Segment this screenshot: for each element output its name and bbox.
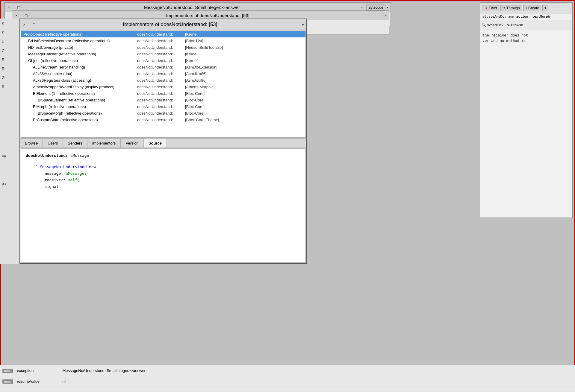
tab-implementors[interactable]: Implementors bbox=[87, 139, 121, 148]
list-row[interactable]: AJx86Assembler (dnu) doesNotUnderstand: … bbox=[21, 70, 305, 77]
col-class-5: AJLineStream (error handling) bbox=[23, 65, 137, 69]
col-class-3: MessageCatcher (reflective operations) bbox=[23, 52, 137, 56]
bg-window-2-title: Implementors of doesNotUnderstand: [53] bbox=[30, 13, 385, 18]
source-self: self; bbox=[66, 178, 80, 182]
browse-label[interactable]: ✎ Browse bbox=[507, 23, 523, 27]
list-row[interactable]: MessageCatcher (reflective operations) d… bbox=[21, 51, 305, 57]
col-class-1: BrListSelectionDecorator (reflective ope… bbox=[23, 39, 137, 43]
col-method-9: doesNotUnderstand: bbox=[137, 91, 185, 96]
col-pkg-12: [Bloc-Core] bbox=[185, 111, 205, 116]
sidebar-item-s3[interactable]: S bbox=[0, 83, 20, 91]
create-button[interactable]: + Create bbox=[523, 5, 541, 11]
list-row[interactable]: BrListSelectionDecorator (reflective ope… bbox=[21, 37, 305, 44]
magnifier-icon: 🔍 bbox=[482, 23, 486, 27]
col-class-8: AthensWrappedWorldDisplay (display proto… bbox=[23, 85, 137, 89]
col-class-4: Object (reflective operations) bbox=[23, 58, 137, 63]
more-button[interactable]: ▾ bbox=[542, 5, 548, 11]
source-class: MessageNotUnderstood bbox=[40, 165, 87, 169]
col-pkg-0: [Kernel] bbox=[185, 32, 199, 37]
col-class-10: BlSpaceElement (reflective operations) bbox=[23, 98, 137, 102]
list-row[interactable]: BlMorph (reflective operations) doesNotU… bbox=[21, 103, 305, 110]
list-row[interactable]: AthensWrappedWorldDisplay (display proto… bbox=[21, 83, 305, 90]
col-pkg-7: [AsmJit-x86] bbox=[185, 78, 207, 83]
bg-win2-minimize[interactable]: – bbox=[19, 13, 23, 18]
var-value-1: nil bbox=[62, 379, 66, 384]
bg-win1-minimize[interactable]: – bbox=[12, 5, 16, 10]
col-method-6: doesNotUnderstand: bbox=[137, 72, 185, 76]
var-name-0: exception bbox=[17, 368, 59, 373]
col-method-10: doesNotUnderstand: bbox=[137, 98, 185, 102]
over-icon: 🔺 bbox=[484, 6, 488, 10]
col-method-7: doesNotUnderstand: bbox=[137, 78, 185, 83]
list-row[interactable]: ProtoObject (reflective operations) does… bbox=[21, 31, 305, 37]
sidebar-item-g[interactable]: G bbox=[0, 74, 20, 82]
through-button[interactable]: ↷ Through bbox=[500, 5, 522, 11]
list-row[interactable]: BlElement (1 - reflective operations) do… bbox=[21, 90, 305, 97]
col-pkg-8: [Athens-Morphic] bbox=[185, 85, 214, 89]
sidebar-item-u[interactable]: U bbox=[0, 38, 20, 46]
main-win-maximize[interactable]: □ bbox=[32, 22, 36, 27]
source-keyword: doesNotUnderstand: bbox=[26, 153, 68, 158]
bg-window-2-controls: × – □ bbox=[15, 13, 28, 18]
source-line-6: signal bbox=[26, 183, 301, 190]
tab-users[interactable]: Users bbox=[43, 139, 63, 148]
right-panel-search-bar: 🔍 Where is? ✎ Browse bbox=[480, 20, 572, 30]
bottom-panel: temp exception MessageNotUnderstood: Sma… bbox=[0, 365, 575, 392]
left-sidebar: S S U C R R G S Va pa bbox=[0, 19, 20, 264]
main-win-minimize[interactable]: – bbox=[27, 22, 31, 27]
list-row[interactable]: BrCustomState (reflective operations) do… bbox=[21, 116, 305, 123]
bg-win1-close[interactable]: × bbox=[7, 5, 11, 10]
list-row[interactable]: HDTestCoverage (private) doesNotUndersta… bbox=[21, 44, 305, 51]
tab-version[interactable]: Version bbox=[121, 139, 143, 148]
bg-win1-maximize[interactable]: □ bbox=[17, 5, 20, 10]
list-row[interactable]: AJLineStream (error handling) doesNotUnd… bbox=[21, 64, 305, 70]
bg-win2-dropdown-icon[interactable]: ▾ bbox=[385, 14, 387, 17]
var-value-0: MessageNotUnderstood: SmallInteger>>answ… bbox=[62, 368, 145, 373]
caret-symbol: ^ bbox=[35, 165, 37, 169]
col-pkg-9: [Bloc-Core] bbox=[185, 91, 205, 96]
list-row[interactable]: Object (reflective operations) doesNotUn… bbox=[21, 57, 305, 64]
col-class-9: BlElement (1 - reflective operations) bbox=[23, 91, 137, 96]
right-panel-body-text: the receiver does not ver and no method … bbox=[480, 30, 572, 46]
bg-win2-maximize[interactable]: □ bbox=[24, 13, 28, 18]
sidebar-item-s2[interactable]: S bbox=[0, 29, 20, 37]
col-class-13: BrCustomState (reflective operations) bbox=[23, 118, 137, 122]
col-class-11: BlMorph (reflective operations) bbox=[23, 104, 137, 109]
implementors-list[interactable]: ProtoObject (reflective operations) does… bbox=[21, 31, 306, 138]
sidebar-item-pa[interactable]: pa bbox=[0, 180, 20, 188]
sidebar-item-c[interactable]: C bbox=[0, 47, 20, 55]
source-line-1: doesNotUnderstand: aMessage bbox=[26, 152, 301, 159]
col-class-12: BlSpaceMorph (reflective operations) bbox=[23, 111, 137, 116]
col-pkg-10: [Bloc-Core] bbox=[185, 98, 205, 102]
bg-win1-dropdown-icon[interactable]: ▾ bbox=[361, 6, 363, 9]
col-class-7: AJx86Registers class (accessing) bbox=[23, 78, 137, 83]
col-method-12: doesNotUnderstand: bbox=[137, 111, 185, 116]
where-is-label[interactable]: Where is? bbox=[487, 23, 503, 27]
sidebar-item-s1[interactable]: S bbox=[0, 20, 20, 28]
tab-browse[interactable]: Browse bbox=[20, 139, 43, 148]
sidebar-item-r2[interactable]: R bbox=[0, 65, 20, 73]
through-icon: ↷ bbox=[503, 6, 506, 10]
source-line-3: ^ MessageNotUnderstood new bbox=[26, 164, 301, 170]
bg-window-1-controls: × – □ bbox=[7, 5, 20, 10]
col-method-8: doesNotUnderstand: bbox=[137, 85, 185, 89]
list-row[interactable]: BlSpaceElement (reflective operations) d… bbox=[21, 97, 305, 103]
source-message-kw: message: bbox=[45, 171, 63, 176]
list-row[interactable]: BlSpaceMorph (reflective operations) doe… bbox=[21, 110, 305, 116]
sidebar-item-r1[interactable]: R bbox=[0, 56, 20, 64]
main-win-controls: × – □ bbox=[22, 22, 36, 27]
bytecode-btn[interactable]: Bytecode bbox=[366, 4, 385, 10]
source-line-4: message: aMessage; bbox=[26, 170, 301, 177]
sidebar-item-va[interactable]: Va bbox=[0, 152, 20, 160]
source-code-area[interactable]: doesNotUnderstand: aMessage ^ MessageNot… bbox=[21, 148, 306, 263]
col-pkg-5: [AsmJit-Extension] bbox=[185, 65, 217, 69]
main-win-dropdown-icon[interactable]: ▾ bbox=[302, 22, 304, 27]
over-button[interactable]: 🔺 Over bbox=[482, 5, 499, 11]
tab-source[interactable]: Source bbox=[144, 139, 167, 148]
col-pkg-11: [Bloc-Core] bbox=[185, 104, 205, 109]
bytecode-dropdown-icon[interactable]: ▾ bbox=[387, 6, 388, 9]
tab-senders[interactable]: Senders bbox=[63, 139, 87, 148]
bg-win2-close[interactable]: × bbox=[15, 13, 18, 18]
main-win-close[interactable]: × bbox=[22, 22, 26, 27]
list-row[interactable]: AJx86Registers class (accessing) doesNot… bbox=[21, 77, 305, 83]
